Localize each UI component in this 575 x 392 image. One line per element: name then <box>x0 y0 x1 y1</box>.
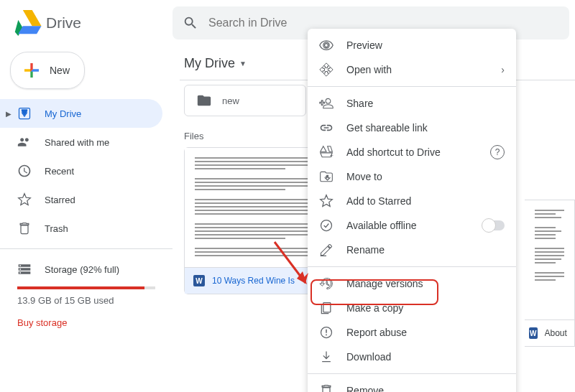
word-doc-icon: W <box>529 327 538 339</box>
nav-label: Recent <box>45 166 74 177</box>
menu-item-add-shortcut[interactable]: + Add shortcut to Drive ? <box>308 140 516 164</box>
nav-label: My Drive <box>45 108 81 119</box>
plus-icon <box>21 60 42 81</box>
expand-icon: ▶ <box>6 110 12 118</box>
sidebar-item-starred[interactable]: Starred <box>0 185 162 214</box>
menu-item-move-to[interactable]: Move to <box>308 164 516 189</box>
storage-progress <box>17 286 155 289</box>
sidebar: New ▶ My Drive Shared with me Recent Sta… <box>0 46 172 392</box>
folder-name: new <box>222 95 239 106</box>
menu-item-report-abuse[interactable]: Report abuse <box>308 320 516 345</box>
svg-text:+: + <box>330 152 334 159</box>
nav-label: Shared with me <box>45 137 109 148</box>
menu-label: Share <box>346 98 505 109</box>
menu-item-get-link[interactable]: Get shareable link <box>308 116 516 140</box>
logo-area[interactable]: Drive <box>0 9 172 37</box>
drive-logo-icon <box>13 9 42 37</box>
download-icon <box>319 350 334 364</box>
menu-label: Remove <box>346 385 505 392</box>
menu-label: Move to <box>346 171 505 182</box>
history-icon <box>319 276 334 291</box>
divider <box>0 248 172 249</box>
menu-label: Preview <box>346 39 505 51</box>
file-thumbnail <box>525 200 574 319</box>
sidebar-item-my-drive[interactable]: ▶ My Drive <box>0 99 162 128</box>
search-input[interactable] <box>208 17 559 29</box>
new-button-label: New <box>50 65 70 76</box>
offline-toggle[interactable] <box>483 220 505 230</box>
nav-label: Starred <box>45 195 75 205</box>
file-footer: W About Us <box>525 319 574 346</box>
search-icon <box>183 15 198 31</box>
storage-used: 13.9 GB of 15 GB used <box>17 295 155 306</box>
menu-label: Rename <box>346 244 505 256</box>
folder-icon <box>196 93 212 108</box>
person-add-icon <box>319 96 334 111</box>
context-menu: Preview Open with › Share Get shareable … <box>308 29 516 392</box>
chevron-right-icon: › <box>501 64 505 75</box>
menu-label: Report abuse <box>346 327 505 338</box>
menu-item-share[interactable]: Share <box>308 91 516 116</box>
shared-icon <box>17 135 32 149</box>
nav-label: Trash <box>45 223 68 234</box>
menu-divider <box>308 266 516 267</box>
menu-item-available-offline[interactable]: Available offline <box>308 213 516 238</box>
drive-icon <box>17 106 32 121</box>
clock-icon <box>17 164 32 178</box>
menu-item-remove[interactable]: Remove <box>308 378 516 392</box>
eye-icon <box>319 38 334 52</box>
sidebar-item-recent[interactable]: Recent <box>0 157 162 185</box>
storage-label: Storage (92% full) <box>45 264 119 275</box>
move-to-icon <box>319 169 334 184</box>
menu-item-open-with[interactable]: Open with › <box>308 57 516 82</box>
menu-divider <box>308 86 516 87</box>
svg-rect-2 <box>323 303 331 312</box>
word-doc-icon: W <box>193 275 205 286</box>
trash-icon <box>319 383 334 392</box>
pencil-icon <box>319 243 334 257</box>
menu-label: Get shareable link <box>346 122 505 134</box>
menu-item-rename[interactable]: Rename <box>308 238 516 262</box>
trash-icon <box>17 221 32 235</box>
storage-link[interactable]: Storage (92% full) <box>17 255 155 284</box>
star-icon <box>319 194 334 208</box>
report-icon <box>319 325 334 340</box>
menu-divider <box>308 373 516 374</box>
link-icon <box>319 121 334 135</box>
breadcrumb-label: My Drive <box>184 56 235 71</box>
buy-storage-link[interactable]: Buy storage <box>17 317 67 328</box>
brand-name: Drive <box>46 14 81 32</box>
drive-shortcut-icon: + <box>319 145 334 159</box>
menu-item-make-copy[interactable]: Make a copy <box>308 296 516 320</box>
file-card[interactable]: W About Us <box>525 200 575 347</box>
menu-item-manage-versions[interactable]: Manage versions <box>308 271 516 296</box>
file-name: About Us <box>545 328 571 338</box>
new-button[interactable]: New <box>10 52 85 89</box>
help-icon[interactable]: ? <box>490 145 505 159</box>
star-icon <box>17 192 32 207</box>
svg-point-1 <box>321 220 332 231</box>
menu-item-add-starred[interactable]: Add to Starred <box>308 189 516 213</box>
menu-label: Open with <box>346 64 501 75</box>
menu-item-download[interactable]: Download <box>308 345 516 369</box>
menu-label: Add shortcut to Drive <box>346 146 490 158</box>
menu-label: Make a copy <box>346 302 505 314</box>
chevron-down-icon: ▼ <box>239 60 247 67</box>
sidebar-item-trash[interactable]: Trash <box>0 214 162 243</box>
menu-label: Add to Starred <box>346 195 505 207</box>
sidebar-item-shared[interactable]: Shared with me <box>0 128 162 157</box>
menu-label: Download <box>346 351 505 363</box>
storage-section: Storage (92% full) 13.9 GB of 15 GB used… <box>0 255 172 329</box>
menu-item-preview[interactable]: Preview <box>308 33 516 57</box>
open-with-icon <box>319 62 334 77</box>
storage-icon <box>17 262 32 276</box>
menu-label: Manage versions <box>346 278 505 289</box>
menu-label: Available offline <box>346 220 483 231</box>
folder-chip[interactable]: new <box>184 85 306 116</box>
offline-icon <box>319 218 334 233</box>
copy-icon <box>319 301 334 315</box>
file-name: 10 Ways Red Wine Is <box>212 276 295 286</box>
